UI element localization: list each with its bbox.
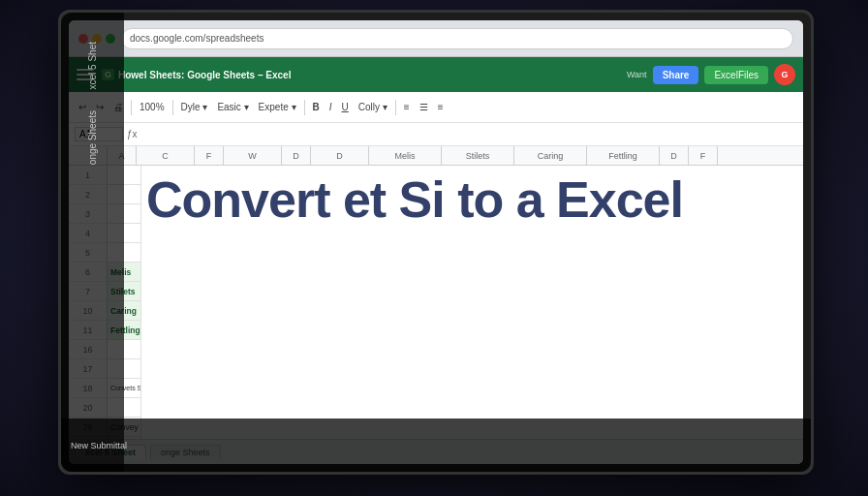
align-right[interactable]: ≡ xyxy=(434,100,448,114)
appbar-actions: Want Share ExcelFiles G xyxy=(627,64,795,85)
bold-button[interactable]: B xyxy=(309,100,324,114)
sheets-logo-text: Howel Sheets: Google Sheets – Excel xyxy=(118,70,291,80)
bottom-panel-item-1: New Submittal xyxy=(71,441,127,450)
zoom-button[interactable]: 100% xyxy=(136,100,169,114)
left-panel-text-1: xcel 5 Shet xyxy=(87,42,98,89)
col-header-f[interactable]: F xyxy=(195,146,224,165)
left-panel: xcel 5 Shet onge Sheets xyxy=(61,13,124,472)
address-bar[interactable]: docs.google.com/spreadsheets xyxy=(121,28,793,49)
toolbar-divider-4 xyxy=(395,100,396,115)
laptop-frame: docs.google.com/spreadsheets G Howel She… xyxy=(58,10,814,475)
address-text: docs.google.com/spreadsheets xyxy=(130,33,264,44)
left-panel-text-2: onge Sheets xyxy=(87,110,98,165)
align-center[interactable]: ☰ xyxy=(416,100,432,114)
browser-chrome: docs.google.com/spreadsheets xyxy=(69,20,803,57)
toolbar-divider-2 xyxy=(172,100,173,115)
share-button[interactable]: Share xyxy=(653,66,699,84)
font-dropdown[interactable]: Dyle ▾ xyxy=(177,100,212,114)
col-header-d2[interactable]: D xyxy=(311,146,369,165)
col-header-d1[interactable]: D xyxy=(282,146,311,165)
table-row: Melis Stilets Caring Fettling xyxy=(108,166,803,359)
align-left[interactable]: ≡ xyxy=(400,100,414,114)
formula-icon: ƒx xyxy=(127,129,138,140)
want-label: Want xyxy=(627,70,647,79)
bottom-panel: New Submittal xyxy=(61,418,811,472)
sheets-appbar: G Howel Sheets: Google Sheets – Excel Wa… xyxy=(69,57,803,92)
col-header-w[interactable]: W xyxy=(224,146,282,165)
col-header-caring[interactable]: Caring xyxy=(514,146,587,165)
sheets-logo: G Howel Sheets: Google Sheets – Excel xyxy=(102,69,291,80)
format-dropdown[interactable]: Expete ▾ xyxy=(255,100,300,114)
col-header-f2[interactable]: F xyxy=(689,146,718,165)
spreadsheet: A C F W D D Melis Stilets Caring Fettlin… xyxy=(69,146,803,464)
italic-button[interactable]: I xyxy=(326,100,336,114)
user-avatar[interactable]: G xyxy=(774,64,795,85)
col-header-d3[interactable]: D xyxy=(660,146,689,165)
color-dropdown[interactable]: Colly ▾ xyxy=(355,100,391,114)
toolbar: ↩ ↪ 🖨 100% Dyle ▾ Easic ▾ Expete ▾ B I U… xyxy=(69,92,803,123)
column-headers: A C F W D D Melis Stilets Caring Fettlin… xyxy=(69,146,803,166)
screen: docs.google.com/spreadsheets G Howel She… xyxy=(69,20,803,464)
formula-bar: ƒx xyxy=(69,123,803,146)
excel-action-button[interactable]: ExcelFiles xyxy=(704,66,768,84)
col-header-fettling[interactable]: Fettling xyxy=(587,146,660,165)
toolbar-divider-1 xyxy=(131,100,132,115)
formula-input[interactable] xyxy=(141,129,797,140)
col-header-melis[interactable]: Melis xyxy=(369,146,442,165)
toolbar-divider-3 xyxy=(304,100,305,115)
col-header-stilets[interactable]: Stilets xyxy=(442,146,514,165)
underline-button[interactable]: U xyxy=(338,100,353,114)
col-header-c[interactable]: C xyxy=(137,146,195,165)
size-dropdown[interactable]: Easic ▾ xyxy=(213,100,252,114)
